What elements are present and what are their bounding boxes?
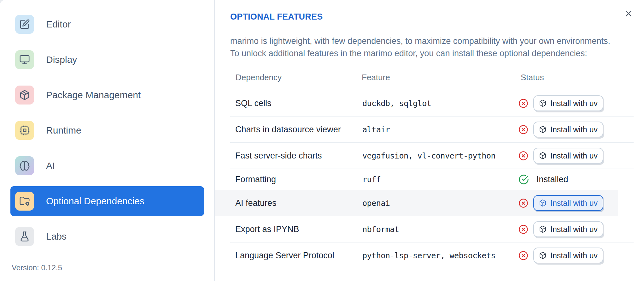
status-cell: Install with uv [515,195,634,211]
dependency-cell: AI features [230,198,356,208]
sidebar-item-label: Runtime [46,125,81,136]
table-header-row: Dependency Feature Status [230,65,634,90]
sidebar-item-labs[interactable]: Labs [10,222,204,251]
install-with-uv-button[interactable]: Install with uv [533,95,603,111]
circle-x-icon [518,99,528,108]
close-button[interactable] [624,8,635,19]
circle-check-icon [518,174,529,185]
install-button-label: Install with uv [550,151,598,160]
table-row-export-as-ipynb: Export as IPYNB nbformat Install with uv [230,216,634,242]
sidebar-item-label: Display [46,54,77,65]
package-cube-icon [539,126,547,133]
dependency-cell: Fast server-side charts [230,151,356,161]
dependencies-table: Dependency Feature Status SQL cells duck… [230,65,634,268]
circle-x-icon [518,198,528,208]
panel-title: OPTIONAL FEATURES [230,12,644,22]
sidebar-item-editor[interactable]: Editor [10,9,204,39]
optional-dependencies-panel: OPTIONAL FEATURES marimo is lightweight,… [215,0,644,281]
dependency-cell: Charts in datasource viewer [230,125,356,135]
flask-icon [15,227,34,246]
status-cell: Install with uv [515,95,634,111]
column-header-feature: Feature [356,73,515,82]
install-button-label: Install with uv [550,225,598,234]
cpu-icon [15,121,34,140]
install-with-uv-button[interactable]: Install with uv [533,122,603,137]
folder-cog-icon [15,192,34,211]
package-cube-icon [539,225,547,233]
table-row-fast-server-side-charts: Fast server-side charts vegafusion, vl-c… [230,143,634,169]
status-cell: Installed [515,174,634,185]
feature-cell: altair [356,125,515,134]
install-button-label: Install with uv [550,199,598,208]
install-with-uv-button[interactable]: Install with uv [533,195,603,211]
dependency-cell: SQL cells [230,99,356,108]
version-label: Version: 0.12.5 [12,263,62,272]
brain-icon [15,156,34,175]
sidebar-item-optional-dependencies[interactable]: Optional Dependencies [10,186,204,216]
dependency-cell: Language Server Protocol [230,251,356,260]
settings-sidebar: Editor Display Package Management Runtim… [0,0,215,281]
install-button-label: Install with uv [550,251,598,260]
sidebar-item-label: Package Management [46,90,141,100]
feature-cell: ruff [356,175,515,184]
status-cell: Install with uv [515,248,634,263]
description-line: To unlock additional features in the mar… [230,49,587,58]
table-row-formatting: Formatting ruff Installed [230,169,634,190]
package-cube-icon [539,252,547,259]
circle-x-icon [518,251,528,260]
install-button-label: Install with uv [550,99,598,108]
edit-icon [15,15,34,34]
column-header-dependency: Dependency [230,73,356,82]
panel-description: marimo is lightweight, with few dependen… [230,35,644,60]
sidebar-nav: Editor Display Package Management Runtim… [0,0,214,251]
column-header-status: Status [515,73,634,82]
table-row-sql-cells: SQL cells duckdb, sqlglot Install with u… [230,90,634,117]
sidebar-item-label: Optional Dependencies [46,196,144,206]
status-cell: Install with uv [515,221,634,237]
description-line: marimo is lightweight, with few dependen… [230,36,610,46]
feature-cell: duckdb, sqlglot [356,99,515,108]
install-with-uv-button[interactable]: Install with uv [533,148,603,164]
table-row-charts-in-datasource-viewer: Charts in datasource viewer altair Insta… [230,117,634,143]
table-body: SQL cells duckdb, sqlglot Install with u… [230,90,634,268]
table-row-ai-features: AI features openai Install with uv [230,190,634,216]
sidebar-item-label: Labs [46,231,67,242]
sidebar-item-label: AI [46,160,55,171]
dependency-cell: Export as IPYNB [230,224,356,234]
sidebar-item-display[interactable]: Display [10,45,204,75]
dependency-cell: Formatting [230,175,356,184]
monitor-icon [15,50,34,69]
feature-cell: python-lsp-server, websockets [356,251,515,260]
package-icon [15,86,34,105]
install-button-label: Install with uv [550,125,598,134]
sidebar-item-runtime[interactable]: Runtime [10,116,204,145]
status-cell: Install with uv [515,122,634,137]
sidebar-item-package-management[interactable]: Package Management [10,80,204,110]
sidebar-item-ai[interactable]: AI [10,151,204,181]
close-icon [624,9,635,18]
install-with-uv-button[interactable]: Install with uv [533,248,603,263]
package-cube-icon [539,199,547,207]
install-with-uv-button[interactable]: Install with uv [533,221,603,237]
settings-dialog: Editor Display Package Management Runtim… [0,0,644,281]
feature-cell: nbformat [356,225,515,234]
sidebar-item-label: Editor [46,19,71,30]
installed-label: Installed [536,175,568,184]
package-cube-icon [539,152,547,159]
circle-x-icon [518,125,528,135]
circle-x-icon [518,151,528,161]
table-row-language-server-protocol: Language Server Protocol python-lsp-serv… [230,242,634,268]
feature-cell: vegafusion, vl-convert-python [356,151,515,160]
status-cell: Install with uv [515,148,634,164]
package-cube-icon [539,99,547,107]
feature-cell: openai [356,199,515,208]
circle-x-icon [518,224,528,234]
